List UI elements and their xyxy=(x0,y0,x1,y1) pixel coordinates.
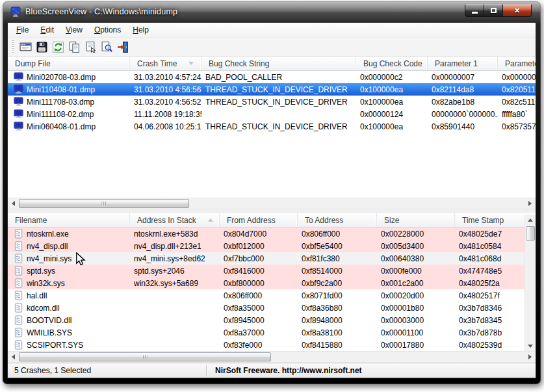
cell-parameter1: 0x00000007 xyxy=(428,71,498,83)
cell-filename: hal.dll xyxy=(8,289,130,302)
table-row[interactable]: win32k.syswin32k.sys+5a6890xbf8000000xbf… xyxy=(8,277,536,289)
column-header-dump_file[interactable]: Dump File xyxy=(8,57,130,70)
refresh-icon xyxy=(52,41,64,53)
cell-from_address: 0xf8a35000 xyxy=(220,302,298,314)
menu-view[interactable]: View xyxy=(60,23,88,36)
cell-address_in_stack xyxy=(130,289,220,302)
cell-time_stamp: 0x481c068d xyxy=(455,252,536,265)
cell-parameter2: 0x857357 xyxy=(498,120,536,133)
minimize-icon xyxy=(472,12,478,14)
table-row[interactable]: Mini111708-03.dmp31.03.2010 4:56:52THREA… xyxy=(8,96,536,108)
arrow-down-icon xyxy=(528,345,533,348)
properties-button[interactable] xyxy=(83,39,99,55)
toolbar-gripper[interactable] xyxy=(12,40,14,53)
cell-address_in_stack: sptd.sys+2046 xyxy=(130,265,220,277)
cell-address_in_stack: nv4_disp.dll+213e1 xyxy=(130,240,220,252)
dump-options-button[interactable] xyxy=(18,39,34,55)
minimize-button[interactable] xyxy=(465,5,484,17)
title-bar[interactable]: BlueScreenView - C:\Windows\minidump ✕ xyxy=(3,1,541,22)
app-icon xyxy=(10,7,21,17)
window-title: BlueScreenView - C:\Windows\minidump xyxy=(25,7,177,16)
table-row[interactable]: ntoskrnl.exentoskrnl.exe+583d0x804d70000… xyxy=(8,228,536,240)
table-row[interactable]: sptd.syssptd.sys+20460xf84160000xf851400… xyxy=(8,265,536,277)
column-header-crash_time[interactable]: Crash Time xyxy=(130,57,201,70)
column-header-filename[interactable]: Filename xyxy=(8,213,130,227)
table-row[interactable]: nv4_disp.dllnv4_disp.dll+213e10xbf012000… xyxy=(8,240,536,252)
cell-to_address: 0xf8a38100 xyxy=(298,326,377,339)
cell-time_stamp: 0x48025de7 xyxy=(455,228,536,240)
table-row[interactable]: SCSIPORT.SYS0xf83fe0000xf84158800x000178… xyxy=(8,339,536,351)
save-button[interactable] xyxy=(34,39,50,55)
screenshot: BlueScreenView - C:\Windows\minidump ✕ F… xyxy=(0,0,544,392)
driver-file-icon xyxy=(14,278,23,288)
scroll-left-button[interactable] xyxy=(8,352,19,362)
cell-to_address: 0xbf5e5400 xyxy=(298,240,377,252)
crash-count-status: 5 Crashes, 1 Selected xyxy=(8,366,206,375)
scrollbar-thumb[interactable] xyxy=(19,199,189,208)
scroll-left-button[interactable] xyxy=(8,198,19,209)
cell-to_address: 0xf8514000 xyxy=(298,265,377,277)
scroll-up-button[interactable] xyxy=(525,215,536,225)
column-header-parameter1[interactable]: Parameter 1 xyxy=(428,57,498,70)
cell-to_address: 0x8071fd00 xyxy=(298,289,377,302)
exit-button[interactable] xyxy=(115,39,131,55)
table-row[interactable]: Mini020708-03.dmp31.03.2010 4:57:24BAD_P… xyxy=(8,71,536,83)
toolbar xyxy=(8,38,536,57)
copy-button[interactable] xyxy=(66,39,83,55)
minidump-file-icon xyxy=(14,72,23,82)
table-row[interactable]: BOOTVID.dll0xf89450000xf89480000x0000300… xyxy=(8,314,536,326)
scrollbar-thumb[interactable] xyxy=(19,352,271,361)
cell-dump_file: Mini110408-01.dmp xyxy=(8,83,130,96)
column-header-time_stamp[interactable]: Time Stamp xyxy=(455,213,536,227)
lower-horizontal-scrollbar[interactable] xyxy=(8,351,536,363)
menu-help[interactable]: Help xyxy=(127,23,155,36)
scroll-down-button[interactable] xyxy=(525,341,536,351)
scroll-right-button[interactable] xyxy=(525,352,536,362)
maximize-button[interactable] xyxy=(484,5,503,17)
scrollbar-thumb[interactable] xyxy=(526,226,535,241)
cell-time_stamp: 0x3b7d8346 xyxy=(455,302,536,314)
table-row[interactable]: Mini111108-02.dmp11.11.2008 19:18:350x00… xyxy=(8,108,536,120)
close-button[interactable]: ✕ xyxy=(503,5,532,17)
cell-size: 0x00017880 xyxy=(377,339,455,351)
close-icon: ✕ xyxy=(514,7,520,15)
minidump-file-icon xyxy=(14,122,23,131)
menu-options[interactable]: Options xyxy=(88,23,127,36)
refresh-button[interactable] xyxy=(50,39,66,55)
upper-horizontal-scrollbar[interactable] xyxy=(8,198,536,209)
arrow-up-icon xyxy=(528,218,533,222)
cell-to_address: 0xf81fc380 xyxy=(298,252,377,265)
column-header-to_address[interactable]: To Address xyxy=(298,213,377,227)
driver-file-icon xyxy=(14,340,23,350)
cell-size: 0x00001100 xyxy=(377,326,455,339)
menu-edit[interactable]: Edit xyxy=(34,23,60,36)
cell-size: 0x00640380 xyxy=(377,252,455,265)
nirsoft-link[interactable]: NirSoft Freeware. http://www.nirsoft.net xyxy=(207,366,536,375)
lower-vertical-scrollbar[interactable] xyxy=(525,215,536,351)
column-header-address_in_stack[interactable]: Address In Stack xyxy=(130,213,220,227)
column-header-bug_check_code[interactable]: Bug Check Code xyxy=(356,57,428,70)
cell-time_stamp: 0x3b7d8345 xyxy=(455,314,536,326)
scroll-right-button[interactable] xyxy=(525,198,536,209)
cell-address_in_stack xyxy=(130,326,220,339)
cell-from_address: 0xf8a37000 xyxy=(220,326,298,339)
table-row[interactable]: kdcom.dll0xf8a350000xf8a36b800x00001b800… xyxy=(8,302,536,314)
cell-from_address: 0xf83fe000 xyxy=(220,339,298,351)
driver-list-pane: FilenameAddress In StackFrom AddressTo A… xyxy=(8,213,536,351)
table-row[interactable]: Mini110408-01.dmp31.03.2010 4:56:56THREA… xyxy=(8,83,536,96)
table-row[interactable]: Mini060408-01.dmp04.06.2008 10:25:13THRE… xyxy=(8,120,536,133)
cell-time_stamp: 0x3b7d878b xyxy=(455,326,536,339)
column-header-parameter2[interactable]: Parameter 2 xyxy=(498,57,536,70)
column-header-size[interactable]: Size xyxy=(377,213,455,227)
cell-address_in_stack: ntoskrnl.exe+583d xyxy=(130,228,220,240)
find-button[interactable] xyxy=(99,39,115,55)
sort-asc-icon xyxy=(208,218,213,222)
column-header-from_address[interactable]: From Address xyxy=(220,213,298,227)
column-header-bug_check_string[interactable]: Bug Check String xyxy=(201,57,356,70)
maximize-icon xyxy=(491,8,497,13)
cell-parameter1: 0x85901440 xyxy=(428,120,498,133)
table-row[interactable]: WMILIB.SYS0xf8a370000xf8a381000x00001100… xyxy=(8,326,536,339)
crash-list-pane: Dump FileCrash TimeBug Check StringBug C… xyxy=(8,57,536,133)
table-row[interactable]: hal.dll0x806ff0000x8071fd000x00020d000x4… xyxy=(8,289,536,302)
menu-file[interactable]: File xyxy=(10,23,34,36)
